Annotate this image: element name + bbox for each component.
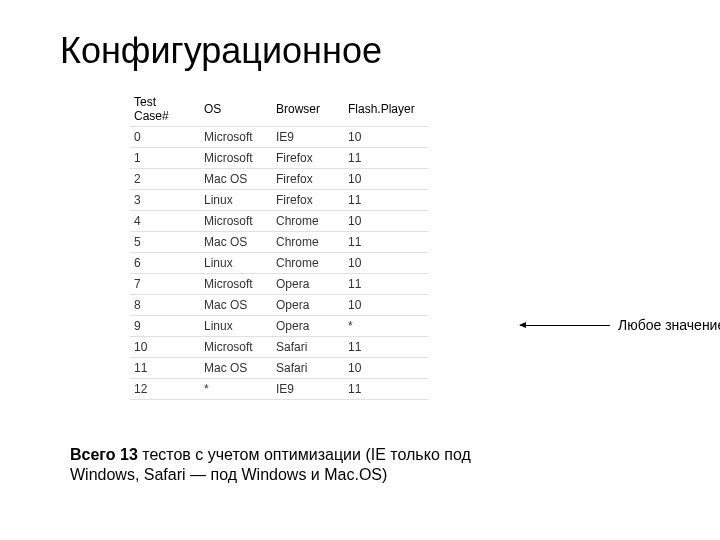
table-cell: 8 bbox=[130, 295, 200, 316]
table-cell: * bbox=[200, 379, 272, 400]
col-header: Browser bbox=[272, 92, 344, 127]
table-cell: Mac OS bbox=[200, 295, 272, 316]
table-cell: 3 bbox=[130, 190, 200, 211]
table-cell: 11 bbox=[130, 358, 200, 379]
table-cell: Opera bbox=[272, 316, 344, 337]
summary-text: Всего 13 тестов с учетом оптимизации (IE… bbox=[70, 445, 530, 485]
annotation: Любое значение bbox=[520, 317, 720, 333]
table-cell: 1 bbox=[130, 148, 200, 169]
table-cell: Opera bbox=[272, 274, 344, 295]
table-cell: 10 bbox=[344, 253, 429, 274]
table-cell: 12 bbox=[130, 379, 200, 400]
table-cell: 0 bbox=[130, 127, 200, 148]
table-cell: 11 bbox=[344, 274, 429, 295]
table-cell: 11 bbox=[344, 379, 429, 400]
config-table-wrap: Test Case# OS Browser Flash.Player 0Micr… bbox=[130, 92, 660, 400]
table-cell: Microsoft bbox=[200, 274, 272, 295]
table-row: 11Mac OSSafari10 bbox=[130, 358, 429, 379]
table-cell: Mac OS bbox=[200, 232, 272, 253]
table-cell: 10 bbox=[344, 127, 429, 148]
col-header: OS bbox=[200, 92, 272, 127]
table-header-row: Test Case# OS Browser Flash.Player bbox=[130, 92, 429, 127]
col-header: Test Case# bbox=[130, 92, 200, 127]
table-body: 0MicrosoftIE9101MicrosoftFirefox112Mac O… bbox=[130, 127, 429, 400]
table-cell: 10 bbox=[344, 169, 429, 190]
config-table: Test Case# OS Browser Flash.Player 0Micr… bbox=[130, 92, 429, 400]
table-row: 8Mac OSOpera10 bbox=[130, 295, 429, 316]
table-row: 10MicrosoftSafari11 bbox=[130, 337, 429, 358]
table-cell: 2 bbox=[130, 169, 200, 190]
table-cell: 11 bbox=[344, 148, 429, 169]
table-cell: Linux bbox=[200, 190, 272, 211]
table-cell: Firefox bbox=[272, 169, 344, 190]
table-cell: Firefox bbox=[272, 148, 344, 169]
table-row: 7MicrosoftOpera11 bbox=[130, 274, 429, 295]
table-cell: 11 bbox=[344, 232, 429, 253]
table-cell: 10 bbox=[344, 211, 429, 232]
table-cell: 10 bbox=[130, 337, 200, 358]
table-cell: Mac OS bbox=[200, 358, 272, 379]
table-cell: Microsoft bbox=[200, 337, 272, 358]
page-title: Конфигурационное bbox=[60, 30, 660, 72]
table-cell: Chrome bbox=[272, 211, 344, 232]
arrow-left-icon bbox=[520, 325, 610, 326]
col-header: Flash.Player bbox=[344, 92, 429, 127]
table-cell: * bbox=[344, 316, 429, 337]
table-cell: Linux bbox=[200, 253, 272, 274]
table-cell: 7 bbox=[130, 274, 200, 295]
table-row: 5Mac OSChrome11 bbox=[130, 232, 429, 253]
table-row: 3LinuxFirefox11 bbox=[130, 190, 429, 211]
table-row: 0MicrosoftIE910 bbox=[130, 127, 429, 148]
table-row: 12*IE911 bbox=[130, 379, 429, 400]
table-cell: 11 bbox=[344, 337, 429, 358]
table-row: 9LinuxOpera* bbox=[130, 316, 429, 337]
table-cell: Microsoft bbox=[200, 148, 272, 169]
table-row: 6LinuxChrome10 bbox=[130, 253, 429, 274]
table-cell: 4 bbox=[130, 211, 200, 232]
table-cell: Firefox bbox=[272, 190, 344, 211]
table-cell: 6 bbox=[130, 253, 200, 274]
annotation-label: Любое значение bbox=[618, 317, 720, 333]
table-cell: 11 bbox=[344, 190, 429, 211]
table-row: 2Mac OSFirefox10 bbox=[130, 169, 429, 190]
table-cell: IE9 bbox=[272, 127, 344, 148]
summary-bold: Всего 13 bbox=[70, 446, 138, 463]
table-cell: Microsoft bbox=[200, 127, 272, 148]
table-row: 1MicrosoftFirefox11 bbox=[130, 148, 429, 169]
table-cell: Microsoft bbox=[200, 211, 272, 232]
table-cell: 9 bbox=[130, 316, 200, 337]
table-cell: Chrome bbox=[272, 232, 344, 253]
table-cell: Safari bbox=[272, 337, 344, 358]
table-cell: Mac OS bbox=[200, 169, 272, 190]
table-cell: Opera bbox=[272, 295, 344, 316]
table-cell: Chrome bbox=[272, 253, 344, 274]
table-cell: Safari bbox=[272, 358, 344, 379]
table-cell: IE9 bbox=[272, 379, 344, 400]
table-cell: 10 bbox=[344, 295, 429, 316]
table-row: 4MicrosoftChrome10 bbox=[130, 211, 429, 232]
table-cell: 5 bbox=[130, 232, 200, 253]
table-cell: 10 bbox=[344, 358, 429, 379]
table-cell: Linux bbox=[200, 316, 272, 337]
